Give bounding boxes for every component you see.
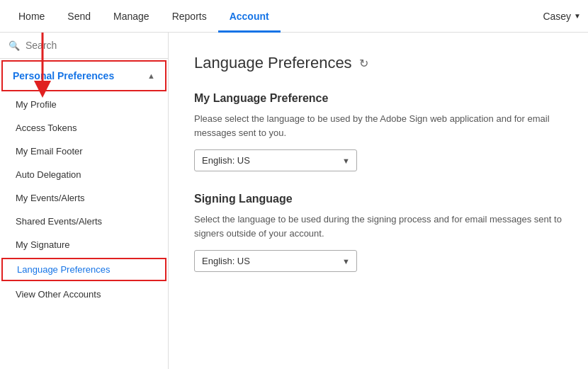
sidebar-item-language-preferences[interactable]: Language Preferences [1,258,166,281]
refresh-icon[interactable]: ↻ [359,57,368,70]
page-title-row: Language Preferences ↻ [194,54,562,72]
main-layout: 🔍 Personal Preferences ▲ My Profile Acce… [0,33,588,369]
my-language-section: My Language Preference Please select the… [194,92,562,171]
sidebar-item-auto-delegation[interactable]: Auto Delegation [0,163,168,186]
signing-language-title: Signing Language [194,193,562,205]
my-language-dropdown-wrapper: English: US English: UK French German Sp… [194,149,357,171]
user-menu[interactable]: Casey ▼ [543,11,581,22]
page-title: Language Preferences [194,54,352,72]
signing-language-dropdown[interactable]: English: US English: UK French German Sp… [194,250,357,272]
sidebar-item-access-tokens[interactable]: Access Tokens [0,116,168,140]
nav-account[interactable]: Account [218,0,281,33]
nav-items: Home Send Manage Reports Account [7,0,543,33]
sidebar: 🔍 Personal Preferences ▲ My Profile Acce… [0,33,169,369]
my-language-title: My Language Preference [194,92,562,105]
signing-language-description: Select the language to be used during th… [194,212,562,240]
search-box[interactable]: 🔍 [0,33,168,59]
signing-language-section: Signing Language Select the language to … [194,193,562,272]
nav-reports[interactable]: Reports [161,0,218,33]
nav-home[interactable]: Home [7,0,56,33]
sidebar-item-email-footer[interactable]: My Email Footer [0,140,168,163]
personal-preferences-label: Personal Preferences [13,70,114,81]
user-name: Casey [543,11,571,22]
nav-send[interactable]: Send [56,0,102,33]
search-icon: 🔍 [9,40,20,51]
user-chevron-icon: ▼ [574,12,581,20]
top-nav: Home Send Manage Reports Account Casey ▼ [0,0,588,33]
nav-manage[interactable]: Manage [102,0,161,33]
my-language-description: Please select the language to be used by… [194,112,562,140]
personal-preferences-section[interactable]: Personal Preferences ▲ [1,60,166,91]
content-area: Language Preferences ↻ My Language Prefe… [169,33,588,369]
signing-language-dropdown-wrapper: English: US English: UK French German Sp… [194,250,357,272]
search-input[interactable] [26,40,159,51]
my-language-dropdown[interactable]: English: US English: UK French German Sp… [194,149,357,171]
sidebar-item-events-alerts[interactable]: My Events/Alerts [0,186,168,210]
sidebar-item-shared-events[interactable]: Shared Events/Alerts [0,210,168,233]
sidebar-item-my-profile[interactable]: My Profile [0,93,168,116]
sidebar-item-my-signature[interactable]: My Signature [0,233,168,256]
sidebar-items-container: My Profile Access Tokens My Email Footer… [0,93,168,306]
sidebar-item-view-other-accounts[interactable]: View Other Accounts [0,283,168,306]
section-chevron-icon: ▲ [147,72,155,80]
